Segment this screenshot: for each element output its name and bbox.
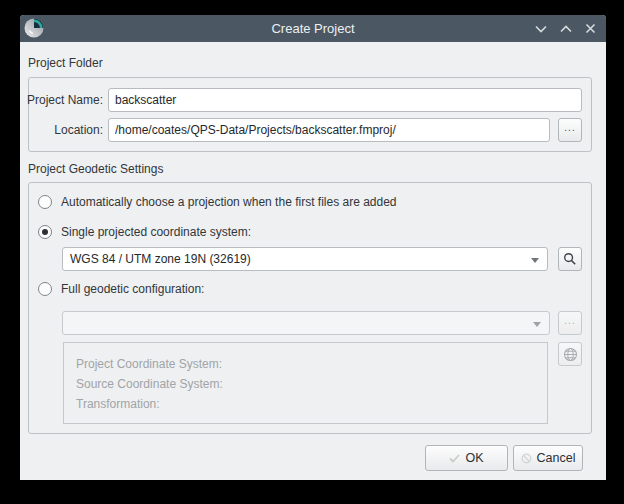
- chevron-down-icon: [535, 25, 547, 33]
- full-config-combobox: [62, 311, 550, 335]
- source-crs-summary-label: Source Coordinate System:: [76, 377, 223, 391]
- radio-single-projected-crs[interactable]: Single projected coordinate system:: [38, 225, 251, 239]
- create-project-dialog: Create Project Project Folder Project Na…: [20, 15, 606, 480]
- ellipsis-icon: ...: [564, 316, 575, 326]
- transformation-summary-label: Transformation:: [76, 397, 160, 411]
- ok-button-label: OK: [465, 451, 483, 465]
- check-icon: [449, 454, 460, 463]
- project-name-label: Project Name:: [20, 88, 103, 112]
- globe-button: [558, 342, 582, 366]
- search-icon: [563, 252, 577, 266]
- project-name-input[interactable]: [108, 88, 582, 112]
- radio-circle[interactable]: [38, 282, 52, 296]
- full-config-browse-button: ...: [558, 311, 582, 335]
- desktop-backdrop: Create Project Project Folder Project Na…: [0, 0, 624, 504]
- projected-crs-combobox[interactable]: WGS 84 / UTM zone 19N (32619): [62, 247, 548, 271]
- radio-auto-projection-label: Automatically choose a projection when t…: [61, 195, 397, 209]
- cancel-button[interactable]: Cancel: [513, 445, 583, 471]
- cancel-button-label: Cancel: [537, 451, 576, 465]
- globe-icon: [563, 347, 578, 362]
- chevron-down-icon: [531, 258, 539, 263]
- cancel-icon: [521, 453, 532, 464]
- location-label: Location:: [20, 118, 103, 142]
- location-input[interactable]: [108, 118, 550, 142]
- crs-search-button[interactable]: [558, 247, 582, 271]
- chevron-up-icon: [560, 25, 572, 33]
- radio-single-projected-crs-label: Single projected coordinate system:: [61, 225, 251, 239]
- radio-full-geodetic-config[interactable]: Full geodetic configuration:: [38, 282, 204, 296]
- ok-button[interactable]: OK: [425, 445, 508, 471]
- radio-full-geodetic-config-label: Full geodetic configuration:: [61, 282, 204, 296]
- geodetic-section-title: Project Geodetic Settings: [28, 162, 163, 176]
- chevron-down-icon: [533, 322, 541, 327]
- radio-auto-projection[interactable]: Automatically choose a projection when t…: [38, 195, 397, 209]
- ellipsis-icon: ...: [564, 123, 575, 133]
- window-title: Create Project: [20, 15, 606, 42]
- maximize-button[interactable]: [557, 20, 574, 37]
- project-folder-section-title: Project Folder: [28, 56, 103, 70]
- geodetic-summary-panel: Project Coordinate System: Source Coordi…: [63, 342, 548, 424]
- projected-crs-value: WGS 84 / UTM zone 19N (32619): [70, 252, 251, 266]
- project-crs-summary-label: Project Coordinate System:: [76, 357, 222, 371]
- radio-circle[interactable]: [38, 195, 52, 209]
- close-button[interactable]: [582, 20, 599, 37]
- titlebar[interactable]: Create Project: [20, 15, 606, 42]
- location-browse-button[interactable]: ...: [558, 118, 582, 142]
- radio-circle[interactable]: [38, 225, 52, 239]
- window-controls: [532, 15, 599, 42]
- close-icon: [585, 23, 596, 34]
- minimize-button[interactable]: [532, 20, 549, 37]
